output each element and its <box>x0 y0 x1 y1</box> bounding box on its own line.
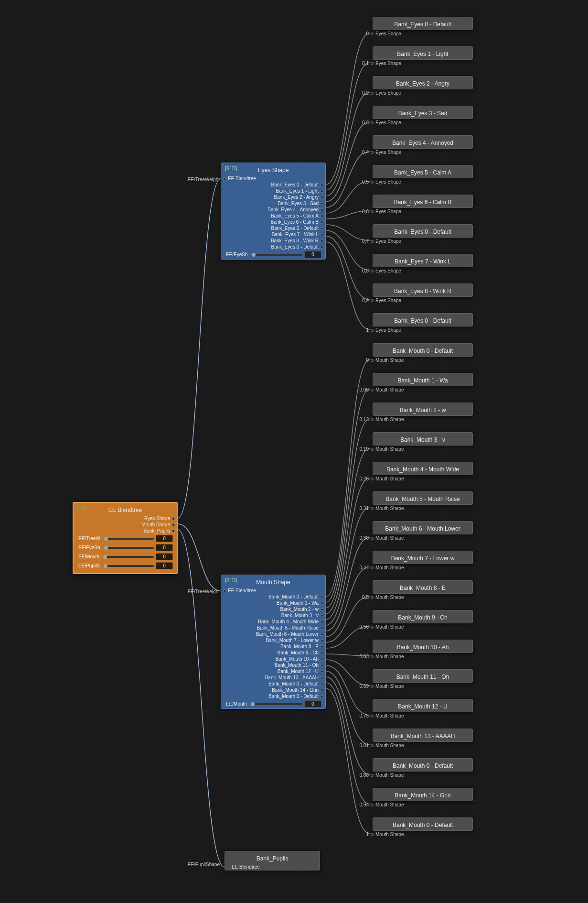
leaf-title: Bank_Mouth 9 - Ch <box>373 610 472 623</box>
root-slider-1[interactable]: EE/EyeSh 0 <box>74 543 177 552</box>
mouth-output-10: Bank_Mouth 10 - Ah <box>221 656 325 662</box>
leaf-title: Bank_Mouth 2 - w <box>373 403 472 415</box>
eyes-output-1: Bank_Eyes 1 - Light <box>221 188 325 194</box>
leaf-input-mouth-2: Mouth Shape <box>371 417 404 422</box>
leaf-title: Bank_Eyes 0 - Default <box>373 225 472 237</box>
mouth-input-label: EE/TreeWeight <box>177 589 220 594</box>
leaf-title: Bank_Mouth 8 - E <box>373 581 472 593</box>
leaf-eyes-10[interactable]: Bank_Eyes 0 - Default <box>373 313 473 326</box>
root-slider-3[interactable]: EE/PupilS 0 <box>74 561 177 570</box>
leaf-input-mouth-8: Mouth Shape <box>371 595 404 600</box>
node-tag: [1D] <box>77 506 86 511</box>
leaf-input-eyes-7: Eyes Shape <box>371 239 401 244</box>
leaf-mouth-14[interactable]: Bank_Mouth 0 - Default <box>373 758 473 772</box>
leaf-mouth-1[interactable]: Bank_Mouth 1 - Wa <box>373 373 473 386</box>
mouth-output-8: Bank_Mouth 8 - E <box>221 643 325 650</box>
leaf-mouth-10[interactable]: Bank_Mouth 10 - Ah <box>373 640 473 653</box>
eyes-output-8: Bank_Eyes 7 - Wink L <box>221 231 325 238</box>
leaf-mouth-13[interactable]: Bank_Mouth 13 - AAAAH <box>373 729 473 742</box>
leaf-thresh-mouth-10: 0,63 <box>350 654 369 659</box>
leaf-eyes-6[interactable]: Bank_Eyes 6 - Calm B <box>373 195 473 208</box>
leaf-mouth-6[interactable]: Bank_Mouth 6 - Mouth Lower <box>373 521 473 534</box>
leaf-thresh-eyes-1: 0,1 <box>350 61 369 66</box>
leaf-title: Bank_Eyes 3 - Sad <box>373 106 472 119</box>
leaf-title: Bank_Mouth 7 - Lower w <box>373 551 472 564</box>
leaf-eyes-9[interactable]: Bank_Eyes 8 - Wink R <box>373 283 473 297</box>
leaf-input-mouth-7: Mouth Shape <box>371 565 404 570</box>
leaf-mouth-2[interactable]: Bank_Mouth 2 - w <box>373 403 473 416</box>
leaf-input-mouth-6: Mouth Shape <box>371 535 404 541</box>
leaf-input-mouth-12: Mouth Shape <box>371 713 404 718</box>
leaf-thresh-mouth-12: 0,75 <box>350 713 369 718</box>
eyes-output-3: Bank_Eyes 3 - Sad <box>221 200 325 207</box>
leaf-thresh-mouth-14: 0,88 <box>350 772 369 778</box>
leaf-input-eyes-2: Eyes Shape <box>371 90 401 96</box>
mouth-output-9: Bank_Mouth 9 - Ch <box>221 650 325 656</box>
leaf-eyes-0[interactable]: Bank_Eyes 0 - Default <box>373 17 473 30</box>
leaf-title: Bank_Mouth 0 - Default <box>373 344 472 356</box>
mouth-output-13: Bank_Mouth 13 - AAAAH <box>221 675 325 681</box>
leaf-input-eyes-5: Eyes Shape <box>371 179 401 185</box>
leaf-mouth-7[interactable]: Bank_Mouth 7 - Lower w <box>373 551 473 564</box>
leaf-input-eyes-4: Eyes Shape <box>371 150 401 155</box>
eyes-output-2: Bank_Eyes 2 - Angry <box>221 194 325 200</box>
leaf-thresh-mouth-9: 0,56 <box>350 624 369 630</box>
leaf-thresh-eyes-8: 0,8 <box>350 268 369 273</box>
eyes-slider[interactable]: EE/EyeSh 0 <box>221 250 325 259</box>
leaf-input-mouth-3: Mouth Shape <box>371 446 404 452</box>
mouth-output-3: Bank_Mouth 3 - v <box>221 612 325 619</box>
eyes-output-0: Bank_Eyes 0 - Default <box>221 182 325 188</box>
leaf-mouth-8[interactable]: Bank_Mouth 8 - E <box>373 580 473 594</box>
node-eyes-shape[interactable]: [S1D] Eyes Shape EE Blendtree Bank_Eyes … <box>221 163 326 260</box>
leaf-eyes-7[interactable]: Bank_Eyes 0 - Default <box>373 224 473 238</box>
node-ee-blendtree[interactable]: [1D] EE Blendtree Eyes ShapeMouth ShapeB… <box>73 502 178 574</box>
leaf-eyes-1[interactable]: Bank_Eyes 1 - Light <box>373 46 473 60</box>
mouth-output-11: Bank_Mouth 11 - Oh <box>221 662 325 668</box>
mouth-output-14: Bank_Mouth 0 - Default <box>221 681 325 687</box>
leaf-title: Bank_Mouth 1 - Wa <box>373 373 472 386</box>
leaf-mouth-15[interactable]: Bank_Mouth 14 - Grin <box>373 788 473 801</box>
leaf-title: Bank_Eyes 5 - Calm A <box>373 165 472 178</box>
leaf-eyes-4[interactable]: Bank_Eyes 4 - Annoyed <box>373 135 473 149</box>
leaf-thresh-mouth-11: 0,69 <box>350 684 369 689</box>
leaf-thresh-eyes-0: 0 <box>350 31 369 36</box>
leaf-mouth-11[interactable]: Bank_Mouth 11 - Oh <box>373 669 473 683</box>
root-output-0: Eyes Shape <box>74 515 177 522</box>
leaf-mouth-9[interactable]: Bank_Mouth 9 - Ch <box>373 610 473 623</box>
root-output-2: Bank_Pupils <box>74 528 177 534</box>
node-mouth-shape[interactable]: [S1D] Mouth Shape EE Blendtree Bank_Mout… <box>221 575 326 709</box>
leaf-mouth-0[interactable]: Bank_Mouth 0 - Default <box>373 343 473 357</box>
leaf-eyes-8[interactable]: Bank_Eyes 7 - Wink L <box>373 254 473 267</box>
mouth-output-2: Bank_Mouth 2 - w <box>221 606 325 612</box>
leaf-input-mouth-16: Mouth Shape <box>371 832 404 837</box>
leaf-mouth-4[interactable]: Bank_Mouth 4 - Mouth Wide <box>373 462 473 475</box>
mouth-output-12: Bank_Mouth 12 - U <box>221 668 325 675</box>
leaf-title: Bank_Mouth 4 - Mouth Wide <box>373 462 472 475</box>
root-slider-2[interactable]: EE/Mouth 0 <box>74 552 177 561</box>
leaf-mouth-3[interactable]: Bank_Mouth 3 - v <box>373 432 473 446</box>
mouth-slider[interactable]: EE/Mouth 0 <box>221 699 325 708</box>
leaf-title: Bank_Mouth 6 - Mouth Lower <box>373 522 472 534</box>
node-bank-pupils[interactable]: Bank_Pupils EE Blendtree <box>225 851 320 870</box>
mouth-output-0: Bank_Mouth 0 - Default <box>221 594 325 600</box>
leaf-thresh-eyes-9: 0,9 <box>350 298 369 303</box>
leaf-thresh-mouth-4: 0,25 <box>350 476 369 481</box>
leaf-mouth-5[interactable]: Bank_Mouth 5 - Mouth Raise <box>373 491 473 505</box>
leaf-title: Bank_Eyes 7 - Wink L <box>373 254 472 267</box>
leaf-thresh-mouth-5: 0,31 <box>350 506 369 511</box>
leaf-mouth-16[interactable]: Bank_Mouth 0 - Default <box>373 817 473 831</box>
leaf-eyes-2[interactable]: Bank_Eyes 2 - Angry <box>373 76 473 89</box>
mouth-output-6: Bank_Mouth 6 - Mouth Lower <box>221 631 325 637</box>
leaf-input-mouth-4: Mouth Shape <box>371 476 404 481</box>
mouth-output-7: Bank_Mouth 7 - Lower w <box>221 637 325 643</box>
leaf-eyes-3[interactable]: Bank_Eyes 3 - Sad <box>373 106 473 119</box>
leaf-mouth-12[interactable]: Bank_Mouth 12 - U <box>373 699 473 712</box>
root-slider-0[interactable]: EE/TreeW 0 <box>74 534 177 543</box>
leaf-thresh-mouth-16: 1 <box>350 832 369 837</box>
pupils-input-label: EE/PupilShape <box>177 862 220 867</box>
leaf-title: Bank_Eyes 8 - Wink R <box>373 284 472 296</box>
leaf-eyes-5[interactable]: Bank_Eyes 5 - Calm A <box>373 165 473 178</box>
leaf-title: Bank_Mouth 13 - AAAAH <box>373 729 472 741</box>
leaf-title: Bank_Mouth 5 - Mouth Raise <box>373 492 472 504</box>
leaf-title: Bank_Eyes 2 - Angry <box>373 76 472 89</box>
